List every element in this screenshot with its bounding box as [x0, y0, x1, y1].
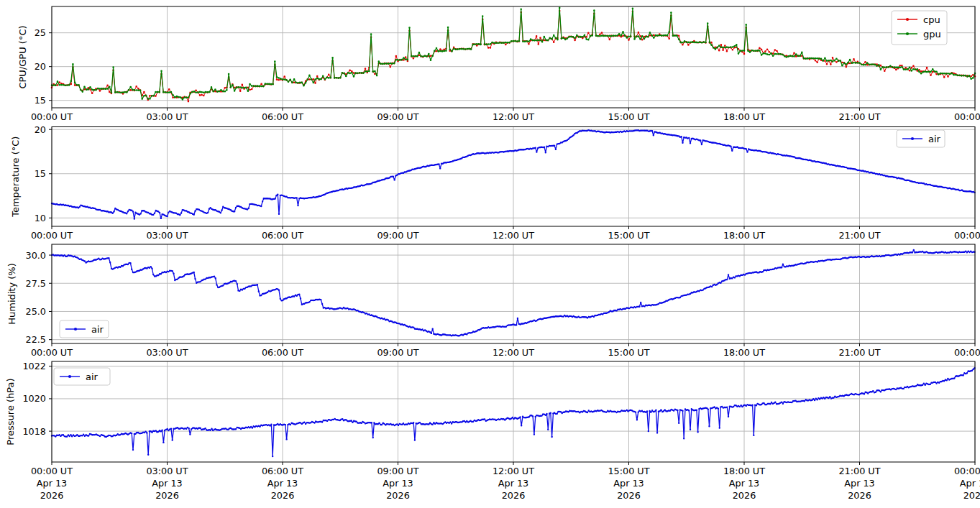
x-tick-label-time: 06:00 UT	[262, 466, 303, 476]
x-tick-label-date: Apr 13	[498, 478, 529, 489]
x-tick-label-time: 09:00 UT	[377, 466, 418, 476]
y-axis-label: Temperature (°C)	[10, 137, 21, 218]
x-tick-label-time: 03:00 UT	[146, 347, 188, 358]
subplot-temperature: 00:00 UT03:00 UT06:00 UT09:00 UT12:00 UT…	[10, 124, 980, 241]
x-tick-label-date: Apr 13	[844, 478, 875, 489]
x-tick-label-year: 2026	[155, 490, 179, 501]
legend-label: air	[86, 371, 99, 382]
x-tick-label-time: 18:00 UT	[723, 230, 765, 241]
y-axis-label: CPU/GPU (°C)	[17, 25, 28, 88]
legend-marker-dot	[906, 18, 909, 21]
x-tick-label-year: 2026	[617, 490, 641, 501]
x-tick-label-time: 09:00 UT	[377, 347, 418, 358]
x-tick-label-time: 00:00 UT	[31, 230, 73, 241]
x-tick-label-date: Apr 13	[729, 478, 760, 489]
legend-marker-dot	[911, 137, 914, 140]
y-tick-label: 1020	[22, 393, 46, 404]
y-tick-label: 30.0	[26, 250, 47, 261]
y-axis-label: Pressure (hPa)	[5, 378, 16, 445]
y-tick-label: 15	[35, 168, 46, 179]
x-tick-label-time: 00:00 UT	[954, 347, 980, 358]
x-tick-label-date: Apr 13	[383, 478, 413, 489]
x-tick-label-time: 03:00 UT	[146, 466, 188, 476]
x-tick-label-year: 2026	[848, 490, 871, 501]
x-tick-label-time: 18:00 UT	[723, 111, 765, 122]
x-tick-label-time: 21:00 UT	[838, 466, 880, 476]
x-tick-label-date: Apr 13	[613, 478, 644, 489]
x-tick-label-date: Apr 13	[37, 478, 68, 489]
x-tick-label-year: 2026	[733, 490, 756, 501]
x-tick-label-year: 2026	[40, 490, 64, 501]
x-tick-label-time: 00:00 UT	[31, 111, 73, 122]
weather-telemetry-figure: 00:00 UT03:00 UT06:00 UT09:00 UT12:00 UT…	[0, 0, 980, 508]
x-tick-label-time: 00:00 UT	[954, 230, 980, 241]
legend-marker-dot	[68, 375, 71, 378]
x-tick-label-time: 06:00 UT	[262, 111, 303, 122]
x-tick-label-time: 00:00 UT	[954, 111, 980, 122]
x-tick-label-time: 03:00 UT	[146, 230, 188, 241]
x-tick-label-time: 21:00 UT	[838, 230, 880, 241]
x-tick-label-time: 21:00 UT	[838, 347, 880, 358]
legend-marker-dot	[906, 32, 909, 35]
subplot-pressure: 00:00 UTApr 13202603:00 UTApr 13202606:0…	[5, 361, 980, 501]
legend-humidity: air	[60, 320, 109, 338]
legend-label: gpu	[923, 29, 941, 40]
x-tick-label-time: 00:00 UT	[954, 466, 980, 476]
y-tick-label: 20	[35, 61, 46, 72]
y-tick-label: 1022	[22, 361, 46, 371]
x-tick-label-time: 18:00 UT	[723, 347, 765, 358]
x-tick-label-time: 06:00 UT	[262, 347, 303, 358]
y-tick-label: 25	[35, 27, 46, 38]
x-tick-label-time: 00:00 UT	[31, 347, 73, 358]
y-tick-label: 27.5	[26, 278, 47, 289]
x-tick-label-time: 12:00 UT	[493, 466, 534, 476]
legend-label: cpu	[923, 14, 940, 25]
legend-temperature: air	[897, 130, 945, 147]
x-tick-label-time: 15:00 UT	[608, 230, 649, 241]
legend-label: air	[928, 134, 941, 144]
x-tick-label-year: 2026	[271, 490, 295, 501]
y-tick-label: 15	[35, 95, 46, 106]
x-tick-label-time: 12:00 UT	[493, 111, 534, 122]
x-tick-label-time: 15:00 UT	[608, 111, 649, 122]
x-tick-label-time: 09:00 UT	[377, 111, 418, 122]
x-tick-label-date: Apr 13	[152, 478, 183, 489]
x-tick-label-time: 21:00 UT	[838, 111, 880, 122]
subplot-humidity: 00:00 UT03:00 UT06:00 UT09:00 UT12:00 UT…	[6, 244, 980, 358]
x-tick-label-time: 06:00 UT	[262, 230, 303, 241]
x-tick-label-time: 12:00 UT	[493, 230, 534, 241]
multi-panel-time-series-chart: 00:00 UT03:00 UT06:00 UT09:00 UT12:00 UT…	[0, 0, 980, 508]
x-tick-label-date: Apr 13	[267, 478, 298, 489]
y-axis-label: Humidity (%)	[6, 263, 17, 325]
y-tick-label: 25.0	[26, 306, 47, 317]
y-tick-label: 1018	[22, 426, 46, 437]
x-tick-label-date: Apr 14	[960, 478, 980, 489]
legend-marker-dot	[74, 328, 77, 331]
x-tick-label-time: 15:00 UT	[608, 466, 649, 476]
legend-label: air	[91, 324, 104, 335]
x-tick-label-time: 15:00 UT	[608, 347, 649, 358]
x-tick-label-time: 03:00 UT	[146, 111, 188, 122]
subplot-cpu-gpu: 00:00 UT03:00 UT06:00 UT09:00 UT12:00 UT…	[17, 6, 980, 122]
y-tick-label: 10	[35, 213, 46, 223]
x-tick-label-year: 2026	[502, 490, 526, 501]
x-tick-label-time: 12:00 UT	[493, 347, 534, 358]
legend-cpu-gpu: cpugpu	[892, 11, 947, 45]
x-tick-label-time: 18:00 UT	[723, 466, 765, 476]
x-tick-label-time: 09:00 UT	[377, 230, 418, 241]
y-tick-label: 22.5	[26, 334, 47, 345]
x-tick-label-year: 2026	[386, 490, 410, 501]
x-tick-label-time: 00:00 UT	[31, 466, 73, 476]
x-tick-label-year: 2026	[963, 490, 980, 501]
y-tick-label: 20	[35, 124, 46, 135]
legend-pressure: air	[54, 368, 110, 385]
